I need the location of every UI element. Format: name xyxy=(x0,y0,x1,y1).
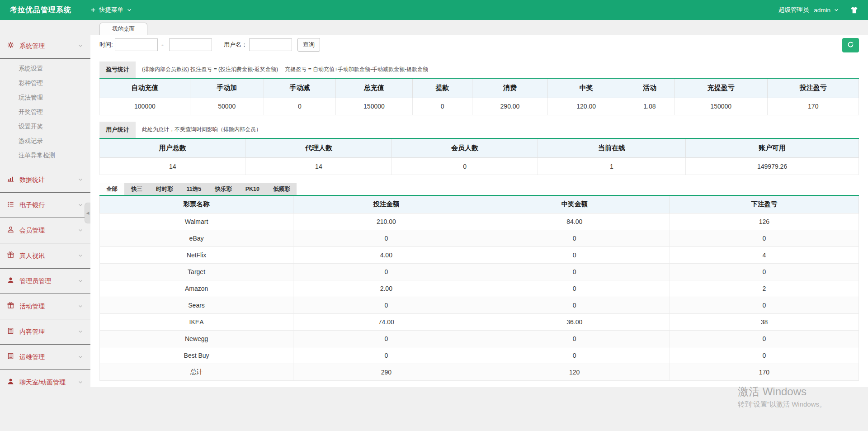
chevron-down-icon xyxy=(78,328,83,336)
refresh-button[interactable] xyxy=(842,38,859,52)
lottery-header-cell: 中奖金额 xyxy=(479,196,670,213)
sidebar-item-聊天室/动画管理[interactable]: 聊天室/动画管理 xyxy=(0,370,90,395)
lottery-header-cell: 投注金额 xyxy=(293,196,479,213)
sidebar-item-label: 内容管理 xyxy=(19,328,78,336)
sidebar-subitem-设置开奖[interactable]: 设置开奖 xyxy=(0,119,90,134)
sidebar-item-label: 电子银行 xyxy=(19,201,78,209)
sidebar-item-运维管理[interactable]: 运维管理 xyxy=(0,345,90,370)
lottery-value-cell: Best Buy xyxy=(100,347,293,364)
user-filled-icon xyxy=(7,378,15,387)
lottery-value-cell: 0 xyxy=(479,263,670,280)
sidebar-subitem-彩种管理[interactable]: 彩种管理 xyxy=(0,76,90,90)
sidebar-submenu: 系统设置彩种管理玩法管理开奖管理设置开奖游戏记录注单异常检测 xyxy=(0,59,90,167)
lottery-value-cell: 4.00 xyxy=(293,246,479,263)
user-stats-note: 此处为总计，不受查询时间影响（排除内部会员） xyxy=(142,126,261,138)
sidebar-subitem-玩法管理[interactable]: 玩法管理 xyxy=(0,90,90,105)
chevron-down-icon xyxy=(78,353,83,361)
chevron-down-icon xyxy=(78,42,83,50)
sidebar-item-电子银行[interactable]: 电子银行 xyxy=(0,193,90,218)
lottery-tab-时时彩[interactable]: 时时彩 xyxy=(149,183,180,195)
chevron-down-icon xyxy=(78,252,83,260)
lottery-value-cell: Amazon xyxy=(100,280,293,297)
search-button[interactable]: 查询 xyxy=(297,38,320,52)
stat-header-cell: 消费 xyxy=(472,79,547,98)
profit-stats-title: 盈亏统计 xyxy=(99,62,136,78)
stat-header-cell: 自动充值 xyxy=(100,79,190,98)
sidebar-subitem-注单异常检测[interactable]: 注单异常检测 xyxy=(0,148,90,163)
stat-header-cell: 当前在线 xyxy=(538,139,685,158)
chevron-down-icon xyxy=(127,7,132,13)
sidebar-item-会员管理[interactable]: 会员管理 xyxy=(0,218,90,243)
quick-menu-label: 快捷菜单 xyxy=(99,6,123,14)
sidebar-collapse-handle[interactable]: ◀ xyxy=(85,203,90,223)
sidebar: 系统管理系统设置彩种管理玩法管理开奖管理设置开奖游戏记录注单异常检测数据统计电子… xyxy=(0,20,90,431)
lottery-tab-低频彩[interactable]: 低频彩 xyxy=(266,183,297,195)
time-to-input[interactable] xyxy=(169,38,212,51)
stat-value-cell: 150000 xyxy=(674,98,768,115)
chevron-down-icon xyxy=(834,7,839,13)
sidebar-item-内容管理[interactable]: 内容管理 xyxy=(0,319,90,345)
username-filter-label: 用户名： xyxy=(224,41,247,49)
stat-value-cell: 14 xyxy=(100,158,245,175)
sidebar-item-数据统计[interactable]: 数据统计 xyxy=(0,167,90,193)
chevron-down-icon xyxy=(78,227,83,235)
quick-menu-button[interactable]: 快捷菜单 xyxy=(90,6,132,14)
lottery-tab-快乐彩[interactable]: 快乐彩 xyxy=(208,183,239,195)
lottery-tab-PK10[interactable]: PK10 xyxy=(239,183,266,195)
lottery-value-cell: 2 xyxy=(670,280,859,297)
refresh-icon xyxy=(847,41,854,49)
tshirt-icon xyxy=(850,6,858,14)
sidebar-item-label: 活动管理 xyxy=(19,303,78,311)
stat-header-cell: 用户总数 xyxy=(100,139,245,158)
stat-value-cell: 1.08 xyxy=(625,98,674,115)
gear-icon xyxy=(7,42,15,50)
table-row: Target000 xyxy=(100,263,859,280)
stat-header-cell: 手动加 xyxy=(190,79,264,98)
sidebar-item-真人视讯[interactable]: 真人视讯 xyxy=(0,243,90,269)
lottery-tab-全部[interactable]: 全部 xyxy=(99,183,124,195)
lottery-tab-快三[interactable]: 快三 xyxy=(124,183,149,195)
sidebar-item-label: 运维管理 xyxy=(19,353,78,361)
sidebar-subitem-系统设置[interactable]: 系统设置 xyxy=(0,62,90,76)
sidebar-item-系统管理[interactable]: 系统管理 xyxy=(0,33,90,59)
sidebar-subitem-游戏记录[interactable]: 游戏记录 xyxy=(0,134,90,148)
user-menu-button[interactable]: admin xyxy=(814,7,839,14)
time-label: 时间: xyxy=(99,41,113,49)
app-title: 考拉优品管理系统 xyxy=(10,5,71,15)
tab-my-desktop[interactable]: 我的桌面 xyxy=(99,23,147,35)
lottery-value-cell: Newegg xyxy=(100,330,293,347)
sidebar-item-label: 会员管理 xyxy=(19,227,78,235)
table-row: Newegg000 xyxy=(100,330,859,347)
lottery-value-cell: 126 xyxy=(670,213,859,230)
theme-tshirt-button[interactable] xyxy=(850,6,858,14)
lottery-value-cell: 2.00 xyxy=(293,280,479,297)
lottery-tabs-bar: 全部快三时时彩11选5快乐彩PK10低频彩 xyxy=(99,183,859,196)
sidebar-item-活动管理[interactable]: 活动管理 xyxy=(0,294,90,319)
sidebar-item-label: 系统管理 xyxy=(19,42,78,50)
sidebar-subitem-开奖管理[interactable]: 开奖管理 xyxy=(0,105,90,119)
lottery-value-cell: 210.00 xyxy=(293,213,479,230)
table-row: 总计290120170 xyxy=(100,364,859,380)
lottery-value-cell: 0 xyxy=(670,297,859,313)
table-header-row: 彩票名称投注金额中奖金额下注盈亏 xyxy=(100,196,859,213)
plus-icon xyxy=(90,7,96,13)
lottery-value-cell: 74.00 xyxy=(293,313,479,330)
stat-header-cell: 活动 xyxy=(625,79,674,98)
lottery-value-cell: 0 xyxy=(479,330,670,347)
stat-value-cell: 290.00 xyxy=(472,98,547,115)
lottery-value-cell: 36.00 xyxy=(479,313,670,330)
lottery-value-cell: 0 xyxy=(479,347,670,364)
lottery-tab-11选5[interactable]: 11选5 xyxy=(180,183,208,195)
lottery-value-cell: 0 xyxy=(293,263,479,280)
table-row: 1000005000001500000290.00120.001.0815000… xyxy=(100,98,859,115)
lottery-value-cell: 4 xyxy=(670,246,859,263)
table-header-row: 用户总数代理人数会员人数当前在线账户可用 xyxy=(100,139,859,158)
user-outline-icon xyxy=(7,226,15,235)
username-input[interactable] xyxy=(249,38,292,51)
lottery-value-cell: 0 xyxy=(670,263,859,280)
stat-header-cell: 总充值 xyxy=(336,79,413,98)
sidebar-item-管理员管理[interactable]: 管理员管理 xyxy=(0,269,90,294)
lottery-tabs: 全部快三时时彩11选5快乐彩PK10低频彩 xyxy=(99,183,297,195)
time-from-input[interactable] xyxy=(115,38,158,51)
stat-value-cell: 120.00 xyxy=(547,98,625,115)
